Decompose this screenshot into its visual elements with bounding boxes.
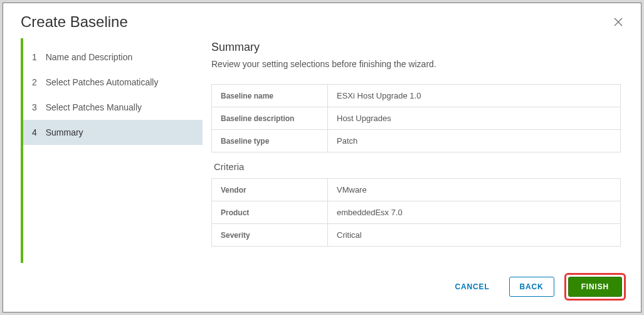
criteria-table: Vendor VMware Product embeddedEsx 7.0 Se… — [211, 178, 621, 247]
step-label: Name and Description — [46, 52, 133, 62]
finish-button[interactable]: FINISH — [568, 277, 622, 297]
baseline-type-label: Baseline type — [212, 130, 328, 152]
modal-title: Create Baseline — [21, 13, 128, 31]
modal-header: Create Baseline — [3, 3, 641, 38]
baseline-type-value: Patch — [328, 130, 621, 152]
product-label: Product — [212, 201, 328, 224]
close-icon[interactable] — [613, 17, 623, 27]
baseline-desc-value: Host Upgrades — [328, 107, 621, 130]
wizard-steps: 1 Name and Description 2 Select Patches … — [21, 38, 203, 263]
summary-subheading: Review your setting selections before fi… — [211, 59, 621, 69]
step-select-patches-auto[interactable]: 2 Select Patches Automatically — [23, 70, 203, 95]
step-select-patches-manual[interactable]: 3 Select Patches Manually — [23, 95, 203, 120]
table-row: Vendor VMware — [212, 179, 621, 201]
baseline-table: Baseline name ESXi Host Upgrade 1.0 Base… — [211, 84, 621, 152]
table-row: Product embeddedEsx 7.0 — [212, 201, 621, 224]
baseline-name-label: Baseline name — [212, 85, 328, 107]
step-number: 4 — [32, 127, 37, 137]
product-value: embeddedEsx 7.0 — [328, 201, 621, 224]
step-label: Select Patches Automatically — [46, 77, 159, 87]
back-button[interactable]: BACK — [509, 277, 554, 297]
table-row: Baseline name ESXi Host Upgrade 1.0 — [212, 85, 621, 107]
baseline-desc-label: Baseline description — [212, 107, 328, 130]
step-number: 1 — [32, 52, 37, 62]
cancel-button[interactable]: CANCEL — [446, 277, 499, 297]
table-row: Baseline type Patch — [212, 130, 621, 152]
baseline-name-value: ESXi Host Upgrade 1.0 — [328, 85, 621, 107]
content-scroll[interactable]: Summary Review your setting selections b… — [211, 38, 623, 263]
modal-body: 1 Name and Description 2 Select Patches … — [3, 38, 641, 263]
step-label: Select Patches Manually — [46, 102, 142, 112]
step-name-description[interactable]: 1 Name and Description — [23, 45, 203, 70]
summary-heading: Summary — [211, 41, 621, 54]
vendor-value: VMware — [328, 179, 621, 201]
create-baseline-modal: Create Baseline 1 Name and Description 2… — [3, 3, 641, 312]
criteria-heading: Criteria — [214, 161, 621, 172]
content-area: Summary Review your setting selections b… — [211, 38, 623, 263]
table-row: Baseline description Host Upgrades — [212, 107, 621, 130]
vendor-label: Vendor — [212, 179, 328, 201]
finish-highlight: FINISH — [564, 273, 626, 301]
step-label: Summary — [46, 127, 83, 137]
modal-footer: CANCEL BACK FINISH — [3, 263, 641, 312]
severity-value: Critical — [328, 224, 621, 247]
step-number: 3 — [32, 102, 37, 112]
step-number: 2 — [32, 77, 37, 87]
step-summary[interactable]: 4 Summary — [23, 120, 203, 145]
severity-label: Severity — [212, 224, 328, 247]
table-row: Severity Critical — [212, 224, 621, 247]
